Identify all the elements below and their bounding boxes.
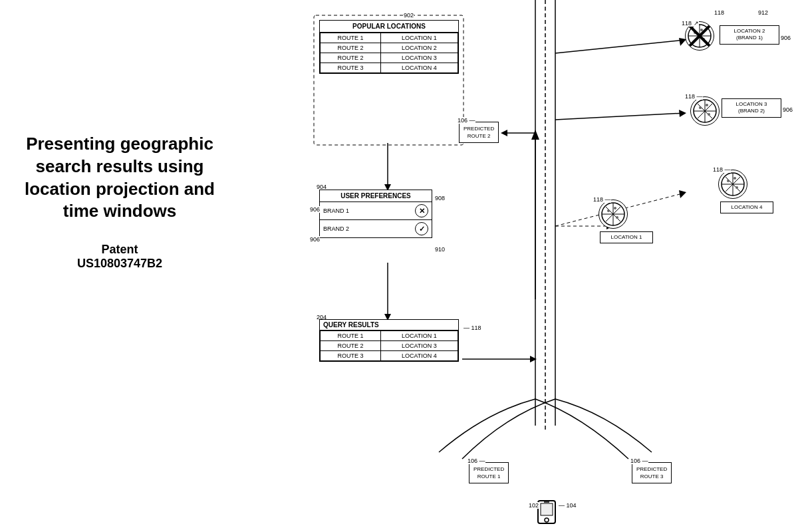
predicted-route-2-box: PREDICTEDROUTE 2 bbox=[459, 122, 499, 143]
device bbox=[537, 500, 556, 527]
ref-118-top: 118 bbox=[714, 9, 724, 16]
ref-906-loc2: 906 bbox=[781, 35, 791, 41]
ref-908: 908 bbox=[435, 195, 445, 201]
popular-locations-title: POPULAR LOCATIONS bbox=[320, 21, 458, 33]
svg-marker-10 bbox=[501, 130, 507, 136]
location2-brand1-box: LOCATION 2(BRAND 1) bbox=[720, 25, 779, 45]
table-row: ROUTE 2LOCATION 3 bbox=[321, 53, 458, 63]
svg-point-28 bbox=[700, 29, 703, 31]
table-row: ROUTE 2LOCATION 2 bbox=[321, 43, 458, 53]
table-row: ROUTE 1LOCATION 1 bbox=[321, 33, 458, 43]
brand1-row: BRAND 1 ✕ bbox=[320, 202, 432, 220]
ref-118-qr: — 118 bbox=[464, 325, 481, 331]
svg-point-46 bbox=[614, 207, 616, 209]
ref-912: 912 bbox=[758, 9, 768, 16]
predicted-route-3-box: PREDICTEDROUTE 3 bbox=[632, 462, 672, 483]
query-results-title: QUERY RESULTS bbox=[320, 320, 458, 331]
brand1-x-icon: ✕ bbox=[415, 204, 428, 217]
ref-102: 102 bbox=[529, 502, 539, 509]
ref-118-loc4: 118 — bbox=[713, 166, 731, 173]
patent-label: Patent bbox=[20, 243, 219, 257]
pizza-icon-loc4 bbox=[718, 170, 747, 199]
svg-point-55 bbox=[735, 186, 738, 189]
ref-902: 902 bbox=[404, 12, 414, 19]
ref-104: — 104 bbox=[559, 502, 577, 509]
svg-rect-57 bbox=[541, 503, 553, 515]
svg-marker-20 bbox=[530, 356, 537, 362]
ref-106-pr1: 106 — bbox=[467, 458, 485, 464]
svg-marker-8 bbox=[679, 190, 686, 198]
svg-point-54 bbox=[733, 177, 736, 180]
predicted-route-1-box: PREDICTEDROUTE 1 bbox=[469, 462, 509, 483]
svg-marker-14 bbox=[679, 110, 686, 117]
svg-point-53 bbox=[727, 180, 730, 182]
ref-118-loc3: 118 — bbox=[685, 93, 703, 100]
brand2-row: BRAND 2 ✓ bbox=[320, 220, 432, 237]
brand2-label: BRAND 2 bbox=[323, 225, 415, 232]
svg-point-58 bbox=[545, 518, 549, 522]
popular-locations-box: POPULAR LOCATIONS ROUTE 1LOCATION 1 ROUT… bbox=[319, 20, 459, 74]
patent-number: US10803747B2 bbox=[20, 257, 219, 271]
svg-point-37 bbox=[699, 106, 702, 109]
ref-106-pr2: 106 — bbox=[458, 117, 475, 124]
ref-118-loc1: 118 — bbox=[593, 196, 611, 203]
svg-line-13 bbox=[555, 113, 685, 120]
brand2-check-icon: ✓ bbox=[415, 222, 428, 235]
ref-910: 910 bbox=[435, 246, 445, 253]
svg-point-47 bbox=[616, 216, 618, 219]
table-row: ROUTE 3LOCATION 4 bbox=[321, 351, 458, 361]
left-panel: Presenting geographic search results usi… bbox=[20, 133, 219, 271]
query-results-table: ROUTE 1LOCATION 1 ROUTE 2LOCATION 3 ROUT… bbox=[320, 331, 458, 361]
ref-906-loc3: 906 bbox=[783, 106, 793, 113]
location3-brand2-box: LOCATION 3(BRAND 2) bbox=[722, 98, 781, 118]
ref-906-brand2: 906 bbox=[310, 236, 320, 243]
pizza-icon-loc1 bbox=[598, 200, 628, 229]
ref-118-loc2: 118 ↗ bbox=[682, 20, 699, 27]
main-title: Presenting geographic search results usi… bbox=[20, 133, 219, 223]
ref-906-brand1: 906 bbox=[310, 206, 320, 213]
pizza-icon-loc3 bbox=[690, 96, 720, 126]
popular-locations-table: ROUTE 1LOCATION 1 ROUTE 2LOCATION 2 ROUT… bbox=[320, 33, 458, 73]
query-results-box: QUERY RESULTS ROUTE 1LOCATION 1 ROUTE 2L… bbox=[319, 319, 459, 362]
svg-point-45 bbox=[607, 209, 610, 212]
brand1-label: BRAND 1 bbox=[323, 207, 415, 214]
table-row: ROUTE 1LOCATION 1 bbox=[321, 331, 458, 341]
svg-marker-4 bbox=[531, 130, 539, 140]
location4-box: LOCATION 4 bbox=[720, 201, 773, 213]
svg-point-39 bbox=[708, 113, 710, 116]
user-preferences-box: USER PREFERENCES BRAND 1 ✕ BRAND 2 ✓ bbox=[319, 190, 432, 238]
table-row: ROUTE 2LOCATION 3 bbox=[321, 341, 458, 351]
svg-line-11 bbox=[555, 40, 685, 53]
ref-106-pr3: 106 — bbox=[630, 458, 648, 464]
diagram: 902 POPULAR LOCATIONS ROUTE 1LOCATION 1 … bbox=[233, 0, 798, 532]
table-row: ROUTE 3LOCATION 4 bbox=[321, 63, 458, 73]
location1-box: LOCATION 1 bbox=[600, 231, 653, 243]
svg-point-38 bbox=[706, 104, 708, 106]
user-prefs-title: USER PREFERENCES bbox=[320, 190, 432, 202]
